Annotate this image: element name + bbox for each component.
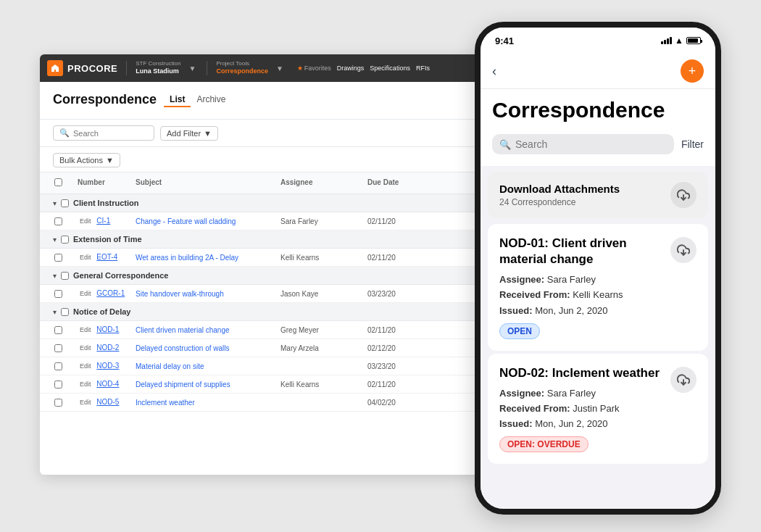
group-label-gcor: General Correspondence <box>73 271 168 280</box>
row-due-date: 02/12/20 <box>366 341 417 355</box>
edit-button[interactable]: Edit <box>78 217 93 225</box>
edit-button[interactable]: Edit <box>78 398 93 407</box>
row-edit: Edit NOD-5 <box>76 395 134 410</box>
card-assignee-nod01: Assignee: Sara Farley <box>499 273 663 286</box>
row-checkbox[interactable] <box>54 217 62 225</box>
row-edit: Edit NOD-3 <box>76 359 134 373</box>
row-id-link[interactable]: CI-1 <box>95 214 112 228</box>
add-filter-button[interactable]: Add Filter ▼ <box>160 126 218 141</box>
row-checkbox[interactable] <box>54 344 62 352</box>
row-subject[interactable]: Change - Feature wall cladding <box>134 215 279 228</box>
nav-tool[interactable]: Project Tools Correspondence <box>216 60 268 76</box>
edit-button[interactable]: Edit <box>78 380 93 388</box>
edit-button[interactable]: Edit <box>78 253 93 262</box>
download-button[interactable] <box>670 182 696 208</box>
row-checkbox[interactable] <box>54 290 62 298</box>
row-subject[interactable]: Client driven material change <box>134 323 279 337</box>
group-chevron-gcor[interactable]: ▾ <box>53 272 57 280</box>
row-checkbox[interactable] <box>54 362 62 370</box>
row-subject[interactable]: Delayed construction of walls <box>134 341 279 355</box>
row-assignee <box>279 399 366 405</box>
mobile-page-title: Correspondence <box>481 89 715 128</box>
tab-archive[interactable]: Archive <box>191 93 231 107</box>
search-box[interactable]: 🔍 <box>53 125 154 141</box>
fav-drawings[interactable]: Drawings <box>337 65 365 72</box>
edit-button[interactable]: Edit <box>78 325 93 334</box>
th-subject: Subject <box>134 175 279 191</box>
row-checkbox-cell <box>53 323 76 337</box>
row-checkbox-cell <box>53 396 76 410</box>
group-checkbox-eot[interactable] <box>61 236 69 244</box>
bulk-actions-button[interactable]: Bulk Actions ▼ <box>53 153 120 167</box>
row-subject[interactable]: Delayed shipment of supplies <box>134 378 279 391</box>
nav-divider <box>126 61 127 75</box>
group-checkbox-nod[interactable] <box>61 308 69 316</box>
row-edit: Edit GCOR-1 <box>76 286 134 301</box>
group-checkbox[interactable] <box>61 199 69 207</box>
row-checkbox[interactable] <box>54 254 62 262</box>
battery-icon <box>686 37 701 44</box>
group-checkbox-gcor[interactable] <box>61 272 69 280</box>
group-chevron-nod[interactable]: ▾ <box>53 308 57 316</box>
row-id-link[interactable]: NOD-4 <box>95 377 120 391</box>
fav-rfis[interactable]: RFIs <box>416 65 430 72</box>
row-id-link[interactable]: NOD-5 <box>95 395 120 409</box>
card-status-row-nod02: OPEN: OVERDUE <box>499 436 663 452</box>
row-checkbox[interactable] <box>54 399 62 407</box>
table-area: Number Subject Assignee Due Date ▾ Clien… <box>40 173 482 475</box>
mobile-search-input[interactable] <box>515 138 667 150</box>
card-download-button-nod02[interactable] <box>670 367 696 393</box>
mobile-search-row: 🔍 Filter <box>481 128 715 163</box>
row-assignee: Kelli Kearns <box>279 251 366 265</box>
row-subject[interactable]: Inclement weather <box>134 396 279 410</box>
row-id-link[interactable]: NOD-2 <box>95 341 120 354</box>
search-input[interactable] <box>73 129 146 138</box>
row-assignee <box>279 363 366 369</box>
group-chevron-eot[interactable]: ▾ <box>53 236 57 244</box>
row-id-link[interactable]: GCOR-1 <box>95 286 126 300</box>
table-row: Edit GCOR-1 Site handover walk-through J… <box>40 285 482 303</box>
star-icon: ★ <box>297 65 303 72</box>
group-label: Client Instruction <box>73 199 138 207</box>
home-icon[interactable] <box>47 60 63 76</box>
row-subject[interactable]: Wet areas in building 2A - Delay <box>134 251 279 265</box>
bulk-actions-chevron: ▼ <box>106 156 114 165</box>
row-subject[interactable]: Site handover walk-through <box>134 287 279 301</box>
table-header: Number Subject Assignee Due Date <box>40 173 482 194</box>
row-assignee: Sara Farley <box>279 215 366 228</box>
mobile-search-box[interactable]: 🔍 <box>492 134 674 154</box>
download-icon-nod02 <box>677 373 690 386</box>
add-button[interactable]: + <box>681 59 704 83</box>
group-chevron[interactable]: ▾ <box>53 199 57 207</box>
back-button[interactable]: ‹ <box>492 64 496 79</box>
group-label-nod: Notice of Delay <box>73 307 130 316</box>
row-id-link[interactable]: NOD-3 <box>95 359 120 373</box>
table-row: Edit NOD-1 Client driven material change… <box>40 321 482 339</box>
mobile-card-nod02[interactable]: NOD-02: Inclement weather Assignee: Sara… <box>488 354 708 465</box>
row-id-link[interactable]: EOT-4 <box>95 250 119 264</box>
card-title-nod02: NOD-02: Inclement weather <box>499 365 663 381</box>
row-subject[interactable]: Material delay on site <box>134 359 279 373</box>
card-status-row-nod01: OPEN <box>499 323 663 339</box>
card-body-nod02: NOD-02: Inclement weather Assignee: Sara… <box>499 365 663 453</box>
fav-specifications[interactable]: Specifications <box>370 65 410 72</box>
row-id-link[interactable]: NOD-1 <box>95 323 120 336</box>
th-number: Number <box>76 175 134 191</box>
row-checkbox[interactable] <box>54 381 62 388</box>
row-checkbox-cell <box>53 341 76 355</box>
select-all-checkbox[interactable] <box>54 178 62 186</box>
nav-project[interactable]: STF Construction Luna Stadium <box>136 60 180 76</box>
row-checkbox[interactable] <box>54 326 62 334</box>
th-assignee: Assignee <box>279 175 366 191</box>
mobile-filter-button[interactable]: Filter <box>681 138 704 150</box>
mobile-card-nod01[interactable]: NOD-01: Client driven material change As… <box>488 224 708 351</box>
edit-button[interactable]: Edit <box>78 344 93 352</box>
tab-list[interactable]: List <box>164 93 191 107</box>
edit-button[interactable]: Edit <box>78 362 93 370</box>
card-download-button-nod01[interactable] <box>670 237 696 263</box>
row-due-date: 03/23/20 <box>366 287 417 301</box>
project-arrow: ▼ <box>188 65 196 72</box>
edit-button[interactable]: Edit <box>78 289 93 298</box>
row-checkbox-cell <box>53 251 76 265</box>
row-due-date: 02/11/20 <box>366 323 417 337</box>
